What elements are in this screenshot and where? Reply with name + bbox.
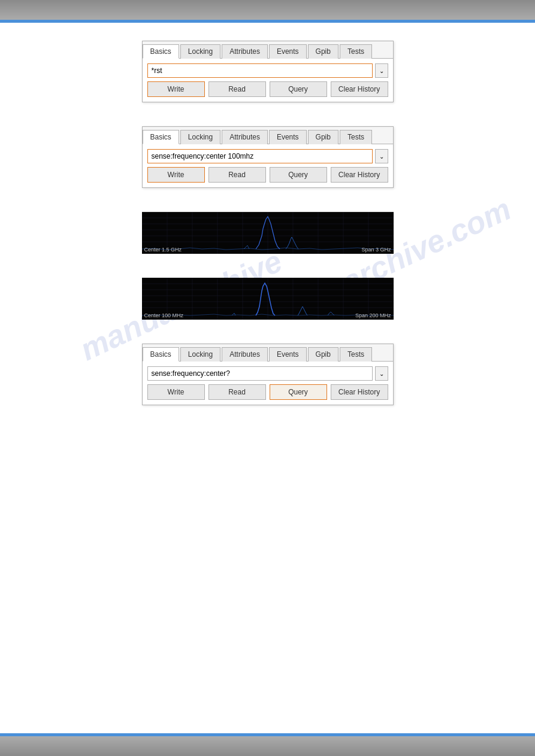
footer-accent — [0, 733, 535, 736]
input-row-2: ⌄ — [147, 149, 388, 163]
panel-body-1: ⌄ Write Read Query Clear History — [143, 59, 393, 102]
spectrum-display-2: Center 100 MHz Span 200 MHz — [142, 278, 394, 320]
spectrum-2-span-label: Span 200 MHz — [355, 312, 391, 318]
clear-history-button-3[interactable]: Clear History — [331, 384, 388, 400]
panel-body-2: ⌄ Write Read Query Clear History — [143, 144, 393, 187]
main-content: Basics Locking Attributes Events Gpib Te… — [0, 23, 535, 423]
command-input-3[interactable] — [147, 366, 373, 381]
tab-events-1[interactable]: Events — [269, 44, 307, 59]
spectrum-1-center-label: Center 1.5 GHz — [144, 247, 182, 253]
tab-bar-1: Basics Locking Attributes Events Gpib Te… — [143, 41, 393, 59]
read-button-3[interactable]: Read — [208, 384, 266, 400]
tab-locking-1[interactable]: Locking — [180, 44, 220, 59]
read-button-1[interactable]: Read — [208, 81, 266, 97]
spectrum-display-1: Center 1.5 GHz Span 3 GHz — [142, 212, 394, 254]
tab-attributes-3[interactable]: Attributes — [222, 347, 268, 362]
btn-row-1: Write Read Query Clear History — [147, 81, 388, 97]
command-input-1[interactable] — [147, 63, 373, 78]
tab-locking-3[interactable]: Locking — [180, 347, 220, 362]
panel-1: Basics Locking Attributes Events Gpib Te… — [142, 41, 394, 102]
tab-gpib-2[interactable]: Gpib — [308, 130, 338, 144]
query-button-3[interactable]: Query — [270, 384, 327, 400]
tab-gpib-1[interactable]: Gpib — [308, 44, 338, 59]
tab-bar-3: Basics Locking Attributes Events Gpib Te… — [143, 344, 393, 362]
write-button-1[interactable]: Write — [147, 81, 205, 97]
tab-basics-1[interactable]: Basics — [143, 44, 179, 59]
header-accent — [0, 20, 535, 23]
dropdown-btn-1[interactable]: ⌄ — [375, 63, 388, 78]
write-button-2[interactable]: Write — [147, 167, 205, 183]
tab-tests-1[interactable]: Tests — [340, 44, 372, 59]
input-row-3: ⌄ — [147, 366, 388, 381]
header-bar — [0, 0, 535, 23]
dropdown-btn-3[interactable]: ⌄ — [375, 366, 388, 381]
clear-history-button-2[interactable]: Clear History — [331, 167, 388, 183]
spectrum-2-center-label: Center 100 MHz — [144, 312, 184, 318]
spectrum-1-span-label: Span 3 GHz — [361, 247, 391, 253]
panel-body-3: ⌄ Write Read Query Clear History — [143, 362, 393, 405]
tab-events-3[interactable]: Events — [269, 347, 307, 362]
tab-locking-2[interactable]: Locking — [180, 130, 220, 144]
dropdown-btn-2[interactable]: ⌄ — [375, 149, 388, 163]
tab-basics-3[interactable]: Basics — [143, 347, 179, 362]
tab-gpib-3[interactable]: Gpib — [308, 347, 338, 362]
tab-tests-3[interactable]: Tests — [340, 347, 372, 362]
btn-row-2: Write Read Query Clear History — [147, 167, 388, 183]
tab-basics-2[interactable]: Basics — [143, 130, 179, 144]
tab-bar-2: Basics Locking Attributes Events Gpib Te… — [143, 127, 393, 144]
command-input-2[interactable] — [147, 149, 373, 163]
tab-tests-2[interactable]: Tests — [340, 130, 372, 144]
query-button-2[interactable]: Query — [270, 167, 327, 183]
panel-2: Basics Locking Attributes Events Gpib Te… — [142, 126, 394, 188]
query-button-1[interactable]: Query — [270, 81, 327, 97]
tab-attributes-2[interactable]: Attributes — [222, 130, 268, 144]
panel-3: Basics Locking Attributes Events Gpib Te… — [142, 344, 394, 405]
tab-attributes-1[interactable]: Attributes — [222, 44, 268, 59]
footer-bar — [0, 733, 535, 756]
read-button-2[interactable]: Read — [208, 167, 266, 183]
write-button-3[interactable]: Write — [147, 384, 205, 400]
tab-events-2[interactable]: Events — [269, 130, 307, 144]
input-row-1: ⌄ — [147, 63, 388, 78]
btn-row-3: Write Read Query Clear History — [147, 384, 388, 400]
clear-history-button-1[interactable]: Clear History — [331, 81, 388, 97]
